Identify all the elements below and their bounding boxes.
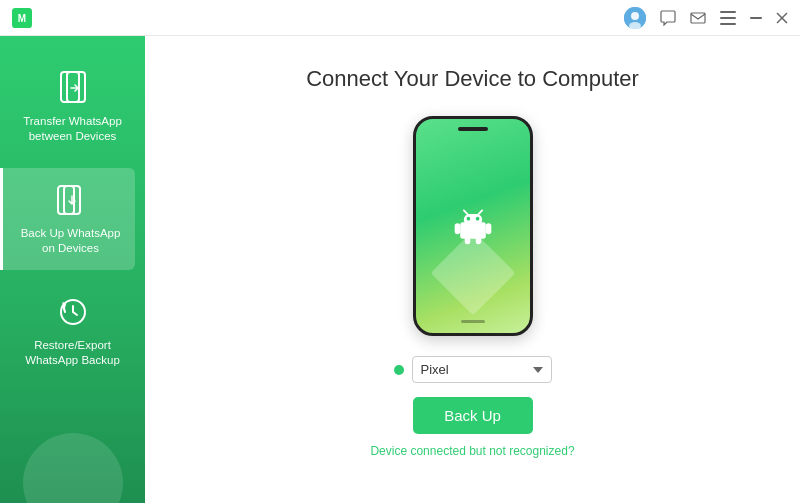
title-bar-left: M bbox=[12, 8, 32, 28]
main-layout: Transfer WhatsApp between Devices Back U… bbox=[0, 36, 800, 503]
svg-rect-6 bbox=[720, 11, 736, 13]
backup-icon bbox=[53, 182, 89, 218]
device-status-dot bbox=[394, 365, 404, 375]
svg-rect-23 bbox=[454, 223, 460, 234]
minimize-button[interactable] bbox=[750, 17, 762, 19]
page-title: Connect Your Device to Computer bbox=[306, 66, 639, 92]
sidebar-item-transfer[interactable]: Transfer WhatsApp between Devices bbox=[10, 56, 135, 158]
svg-rect-9 bbox=[750, 17, 762, 19]
svg-rect-26 bbox=[475, 237, 481, 244]
svg-rect-5 bbox=[691, 13, 705, 23]
svg-rect-25 bbox=[464, 237, 470, 244]
user-avatar[interactable] bbox=[624, 7, 646, 29]
close-button[interactable] bbox=[776, 12, 788, 24]
title-bar: M bbox=[0, 0, 800, 36]
phone-device bbox=[413, 116, 533, 336]
sidebar-decoration bbox=[23, 433, 123, 503]
device-select[interactable]: Pixel Nexus Samsung Huawei bbox=[412, 356, 552, 383]
svg-rect-8 bbox=[720, 23, 736, 25]
device-connected-message[interactable]: Device connected but not recognized? bbox=[370, 444, 574, 458]
chat-icon[interactable] bbox=[660, 10, 676, 26]
phone-illustration bbox=[413, 116, 533, 336]
sidebar-item-backup-label: Back Up WhatsApp on Devices bbox=[14, 226, 127, 256]
app-logo: M bbox=[12, 8, 32, 28]
svg-line-22 bbox=[478, 210, 482, 214]
svg-rect-24 bbox=[485, 223, 491, 234]
restore-icon bbox=[55, 294, 91, 330]
title-bar-right bbox=[624, 7, 788, 29]
svg-point-19 bbox=[466, 217, 470, 221]
menu-icon[interactable] bbox=[720, 11, 736, 25]
svg-rect-18 bbox=[463, 214, 481, 225]
device-selector-row: Pixel Nexus Samsung Huawei bbox=[394, 356, 552, 383]
svg-point-3 bbox=[631, 12, 639, 20]
content-area: Connect Your Device to Computer bbox=[145, 36, 800, 503]
svg-text:M: M bbox=[18, 13, 26, 24]
sidebar-item-restore-label: Restore/Export WhatsApp Backup bbox=[18, 338, 127, 368]
sidebar-item-backup[interactable]: Back Up WhatsApp on Devices bbox=[0, 168, 135, 270]
android-icon bbox=[451, 204, 495, 248]
mail-icon[interactable] bbox=[690, 10, 706, 26]
sidebar: Transfer WhatsApp between Devices Back U… bbox=[0, 36, 145, 503]
svg-rect-7 bbox=[720, 17, 736, 19]
transfer-icon bbox=[55, 70, 91, 106]
svg-line-21 bbox=[463, 210, 467, 214]
sidebar-item-restore[interactable]: Restore/Export WhatsApp Backup bbox=[10, 280, 135, 382]
sidebar-item-transfer-label: Transfer WhatsApp between Devices bbox=[18, 114, 127, 144]
svg-point-20 bbox=[475, 217, 479, 221]
backup-button[interactable]: Back Up bbox=[413, 397, 533, 434]
